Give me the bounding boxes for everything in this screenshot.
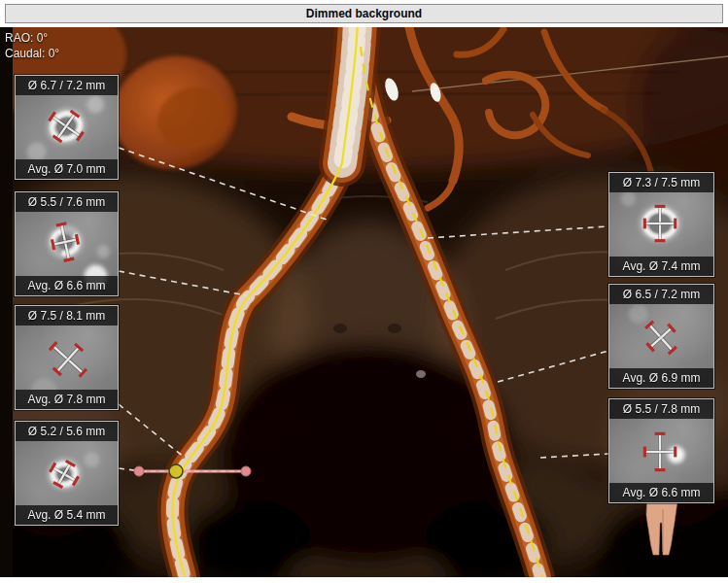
- caliper-endpoint-tick: [56, 223, 67, 225]
- diameter-label: Ø 6.7 / 7.2 mm: [16, 76, 118, 95]
- diameter-label: Ø 5.5 / 7.8 mm: [609, 399, 713, 419]
- caliper-endpoint-tick: [64, 258, 75, 260]
- application-window: Dimmed background: [0, 0, 728, 583]
- tissue-blob: [96, 245, 110, 258]
- tissue-blob: [621, 191, 637, 207]
- measurement-panel-left-3[interactable]: Ø 7.5 / 8.1 mm Avg. Ø 7.8 mm: [15, 305, 119, 410]
- view-title: Dimmed background: [5, 4, 723, 23]
- caliper-endpoint-tick: [76, 234, 78, 245]
- avg-diameter-label: Avg. Ø 5.4 mm: [16, 505, 118, 525]
- plane-center-handle[interactable]: [169, 464, 183, 478]
- measurement-panel-right-2[interactable]: Ø 6.5 / 7.2 mm Avg. Ø 6.9 mm: [608, 284, 714, 389]
- measurement-panel-right-1[interactable]: Ø 7.3 / 7.5 mm Avg. Ø 7.4 mm: [608, 172, 714, 277]
- caliper-endpoint-tick: [52, 239, 53, 250]
- measurement-panel-left-4[interactable]: Ø 5.2 / 5.6 mm Avg. Ø 5.4 mm: [15, 421, 119, 526]
- diameter-label: Ø 5.5 / 7.6 mm: [16, 192, 118, 212]
- orientation-readout: RAO: 0° Caudal: 0°: [5, 31, 59, 61]
- avg-diameter-label: Avg. Ø 7.8 mm: [16, 390, 118, 409]
- tissue-blob: [87, 96, 105, 114]
- tissue-blob: [629, 304, 648, 324]
- avg-diameter-label: Avg. Ø 6.6 mm: [609, 483, 713, 502]
- avg-diameter-label: Avg. Ø 7.4 mm: [609, 257, 713, 276]
- measurement-panel-left-1[interactable]: Ø 6.7 / 7.2 mm Avg. Ø 7.0 mm: [15, 75, 119, 180]
- avg-diameter-label: Avg. Ø 7.0 mm: [16, 159, 118, 179]
- caudal-angle-label: Caudal: 0°: [5, 47, 59, 62]
- avg-diameter-label: Avg. Ø 6.6 mm: [16, 276, 118, 295]
- plane-handle-left[interactable]: [134, 466, 144, 476]
- plane-handle-right[interactable]: [241, 466, 251, 476]
- diameter-label: Ø 6.5 / 7.2 mm: [609, 285, 713, 304]
- diameter-label: Ø 7.5 / 8.1 mm: [16, 306, 118, 326]
- bone-speck: [416, 370, 426, 378]
- edge-shade: [0, 27, 13, 577]
- tissue-blob: [85, 452, 100, 467]
- 3d-volume-viewport[interactable]: RAO: 0° Caudal: 0° Ø 6.7 / 7.2 mm Avg. Ø…: [0, 27, 728, 577]
- measurement-panel-right-3[interactable]: Ø 5.5 / 7.8 mm Avg. Ø 6.6 mm: [608, 398, 714, 503]
- diameter-label: Ø 7.3 / 7.5 mm: [609, 173, 713, 192]
- measurement-panel-left-2[interactable]: Ø 5.5 / 7.6 mm Avg. Ø 6.6 mm: [15, 191, 119, 296]
- rao-angle-label: RAO: 0°: [5, 31, 59, 47]
- diameter-label: Ø 5.2 / 5.6 mm: [16, 422, 118, 441]
- avg-diameter-label: Avg. Ø 6.9 mm: [609, 368, 713, 388]
